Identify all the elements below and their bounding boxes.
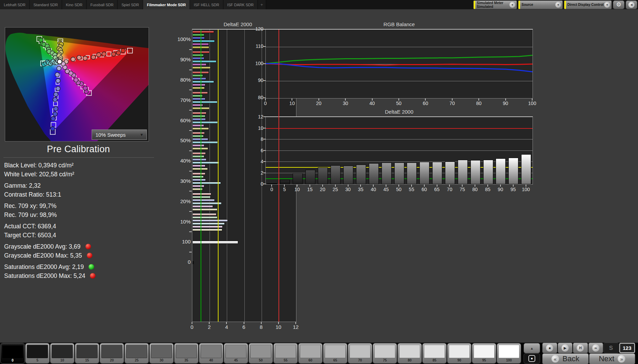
de-bar-75 <box>458 160 468 184</box>
tab-spiel-sdr[interactable]: Spiel SDR <box>118 0 143 9</box>
sweep-bar <box>192 34 204 36</box>
patch-55[interactable]: 55 <box>274 343 297 363</box>
y-label-10%: 10% <box>164 219 191 225</box>
y-label-0: 0 <box>164 259 191 265</box>
series-button[interactable]: S <box>604 343 618 353</box>
patch-0[interactable]: 0 <box>1 343 24 363</box>
patch-70[interactable]: 70 <box>348 343 372 363</box>
patch-swatch <box>52 345 73 358</box>
x-label-40: 40 <box>366 101 378 106</box>
x-label-80: 80 <box>473 101 485 106</box>
stat-text: Black Level: 0,3949 cd/m² <box>4 162 73 169</box>
de-bar-90 <box>496 158 506 184</box>
x-label-12: 12 <box>291 324 301 330</box>
dropdown-label: Direct Display Control <box>567 3 602 7</box>
chevron-down-icon[interactable]: ▼ <box>509 2 515 8</box>
stop-button[interactable]: ■ <box>543 343 557 353</box>
marker-button[interactable]: H <box>573 343 588 353</box>
patch-25[interactable]: 25 <box>125 343 149 363</box>
measured-point-blue <box>57 66 61 71</box>
counter-button[interactable]: 123 <box>619 343 635 353</box>
chevron-down-icon[interactable]: ▼ <box>555 2 561 8</box>
patch-swatch <box>275 345 296 358</box>
patch-65[interactable]: 65 <box>323 343 347 363</box>
sweep-bar <box>192 101 217 103</box>
y-tick <box>189 171 192 171</box>
sweep-bar <box>192 66 211 69</box>
y-label-80%: 80% <box>164 77 191 83</box>
display-control-dropdown[interactable]: Direct Display Control▼ <box>564 1 611 9</box>
settings-button[interactable]: ⚙ <box>613 1 624 9</box>
ref-line-10 <box>279 30 279 322</box>
sweep-bar <box>192 54 204 56</box>
patch-45[interactable]: 45 <box>224 343 248 363</box>
pattern-up-button[interactable]: ▲ <box>524 343 540 353</box>
back-button[interactable]: « Back <box>543 354 588 364</box>
meter-dropdown[interactable]: Simulated MeterSimulated▼ <box>474 1 517 9</box>
patch-swatch <box>225 345 246 358</box>
sweep-bar <box>192 84 205 86</box>
sweep-bar <box>192 112 206 114</box>
rgb-line-red <box>266 64 533 65</box>
y-label-4: 4 <box>253 159 263 164</box>
x-label-90: 90 <box>494 187 507 192</box>
patch-60[interactable]: 60 <box>298 343 322 363</box>
stat-row: Saturations dE2000 Avg: 2,19 <box>4 262 156 271</box>
sweeps-dropdown[interactable]: 10% Sweeps ▼ <box>92 129 147 140</box>
measured-point-red <box>102 52 107 56</box>
patch-5[interactable]: 5 <box>26 343 49 363</box>
play-button[interactable]: ▶ <box>558 343 573 353</box>
measure-controls: ■ ▶ H ∞ S 123 « Back Next » <box>543 343 635 364</box>
de-bar-45 <box>382 163 392 184</box>
measured-point-blue <box>54 92 58 97</box>
continuous-button[interactable]: ∞ <box>589 343 603 353</box>
de-bar-40 <box>369 163 379 184</box>
stat-text: Grayscale dE2000 Avg: 3,69 <box>4 243 81 250</box>
y-tick <box>189 150 192 151</box>
page-title: Pre Calibration <box>0 144 157 155</box>
tab-filmmaker-mode-sdr[interactable]: Filmmaker Mode SDR <box>143 0 190 9</box>
patch-35[interactable]: 35 <box>174 343 198 363</box>
sweep-bar <box>192 168 208 170</box>
patch-85[interactable]: 85 <box>423 343 446 363</box>
patch-label: 70 <box>350 358 371 363</box>
patch-label: 35 <box>176 358 197 363</box>
next-button[interactable]: Next » <box>589 354 635 364</box>
patch-label: 85 <box>424 358 445 363</box>
patch-90[interactable]: 90 <box>447 343 471 363</box>
play-icon: ▶ <box>561 344 569 352</box>
y-label-110: 110 <box>251 43 263 49</box>
add-tab-button[interactable]: + <box>258 0 266 9</box>
tab-strip: Lebhaft SDRStandard SDRKino SDRFussball … <box>0 0 258 9</box>
source-dropdown[interactable]: Source▼ <box>518 1 563 9</box>
sweep-bar <box>192 124 204 127</box>
x-label-0: 0 <box>187 324 197 330</box>
stat-text: Grayscale dE2000 Max: 5,35 <box>4 252 82 259</box>
patch-30[interactable]: 30 <box>150 343 173 363</box>
pattern-stop-button[interactable]: ■ <box>524 354 540 363</box>
tab-fussball-sdr[interactable]: Fussball SDR <box>87 0 118 9</box>
tab-standard-sdr[interactable]: Standard SDR <box>30 0 62 9</box>
patch-95[interactable]: 95 <box>472 343 496 363</box>
stop-icon: ■ <box>546 344 553 352</box>
tab-isf-hell-sdr[interactable]: ISF HELL SDR <box>190 0 223 9</box>
stat-row: Rec. 709 uv: 98,9% <box>4 210 156 219</box>
measured-point-magenta <box>83 86 88 91</box>
chevron-down-icon[interactable]: ▼ <box>137 133 146 137</box>
tab-isf-dark-sdr[interactable]: ISF DARK SDR <box>223 0 258 9</box>
tab-lebhaft-sdr[interactable]: Lebhaft SDR <box>0 0 30 9</box>
patch-100[interactable]: 100 <box>497 343 521 363</box>
patch-50[interactable]: 50 <box>249 343 273 363</box>
patch-40[interactable]: 40 <box>199 343 223 363</box>
patch-75[interactable]: 75 <box>373 343 397 363</box>
chevron-down-icon[interactable]: ▼ <box>604 2 610 8</box>
stop-icon: ■ <box>528 355 535 362</box>
patch-10[interactable]: 10 <box>50 343 74 363</box>
measured-point-blue <box>53 112 58 116</box>
patch-20[interactable]: 20 <box>100 343 124 363</box>
patch-15[interactable]: 15 <box>75 343 99 363</box>
patch-80[interactable]: 80 <box>398 343 422 363</box>
tab-kino-sdr[interactable]: Kino SDR <box>62 0 87 9</box>
patch-swatch <box>350 345 371 358</box>
collapse-panel-button[interactable]: ◄ <box>626 1 637 9</box>
